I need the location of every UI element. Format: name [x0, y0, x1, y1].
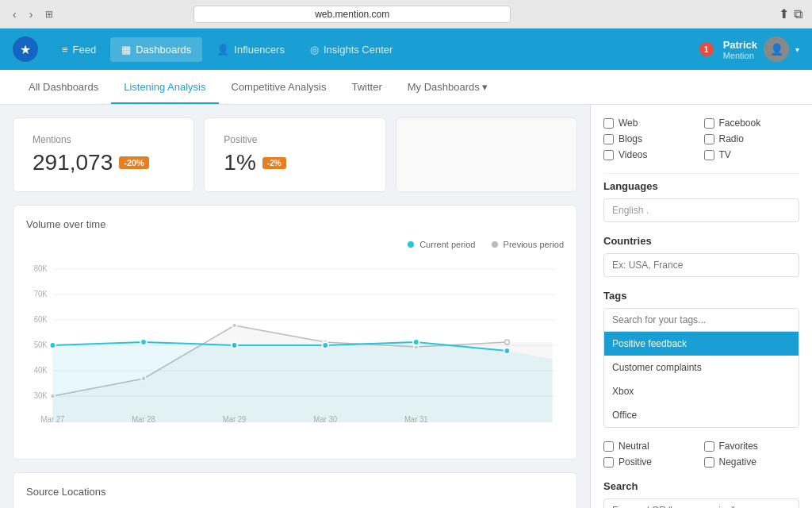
sentiment-negative[interactable]: Negative	[704, 456, 800, 468]
app-logo[interactable]: ★	[13, 37, 38, 62]
sentiment-neutral[interactable]: Neutral	[603, 441, 699, 452]
svg-text:40K: 40K	[34, 366, 48, 375]
tag-positive-feedback[interactable]: Positive feedback	[604, 332, 799, 356]
previous-period-dot	[492, 241, 498, 248]
prev-dot	[232, 323, 237, 328]
sentiment-favorites[interactable]: Favorites	[704, 441, 800, 452]
source-title: Source Locations	[26, 486, 564, 498]
tab-all-dashboards[interactable]: All Dashboards	[16, 71, 111, 104]
svg-text:Mar 31: Mar 31	[404, 415, 428, 424]
sentiment-grid: Neutral Favorites Positive Negative	[603, 441, 799, 468]
current-dot	[322, 342, 328, 348]
tags-dropdown: Positive feedback Customer complaints Xb…	[603, 308, 799, 428]
browser-chrome: ‹ › ⊞ web.mention.com ⬆ ⧉	[0, 0, 812, 29]
tag-customer-complaints[interactable]: Customer complaints	[604, 356, 799, 379]
header-right: 1 Patrick Mention 👤 ▾	[699, 37, 799, 62]
stats-row: Mentions 291,073 -20% Positive 1% -2%	[13, 117, 577, 192]
svg-text:Mar 29: Mar 29	[223, 415, 247, 424]
current-dot	[50, 342, 56, 348]
source-videos[interactable]: Videos	[603, 149, 699, 160]
user-info[interactable]: Patrick Mention 👤 ▾	[723, 37, 799, 62]
languages-input[interactable]	[603, 198, 799, 222]
tab-twitter[interactable]: Twitter	[339, 71, 394, 104]
source-card: Source Locations	[13, 472, 577, 508]
current-dot	[413, 339, 419, 345]
languages-section: Languages	[603, 180, 799, 222]
user-name: Patrick	[723, 39, 757, 51]
tab-listening-analysis[interactable]: Listening Analysis	[111, 71, 218, 104]
tags-section: Tags Positive feedback Customer complain…	[603, 290, 799, 428]
logo-icon: ★	[20, 42, 31, 57]
main-nav: ≡ Feed ▦ Dashboards 👤 Influencers ◎ Insi…	[51, 37, 404, 62]
search-input[interactable]	[603, 498, 799, 508]
blogs-label: Blogs	[619, 133, 642, 144]
url-bar[interactable]: web.mention.com	[193, 6, 511, 23]
content-area: Mentions 291,073 -20% Positive 1% -2% Vo…	[0, 105, 590, 508]
main-layout: Mentions 291,073 -20% Positive 1% -2% Vo…	[0, 105, 812, 508]
nav-influencers-label: Influencers	[234, 44, 285, 56]
mentions-label: Mentions	[33, 134, 174, 145]
web-checkbox[interactable]	[603, 118, 614, 129]
dashboards-icon: ▦	[121, 44, 131, 56]
negative-checkbox[interactable]	[704, 457, 714, 468]
sources-section: Web Facebook Blogs Radio Videos	[603, 117, 799, 160]
neutral-label: Neutral	[619, 441, 649, 452]
positive-label: Positive	[224, 134, 366, 145]
notification-badge[interactable]: 1	[699, 42, 714, 56]
facebook-checkbox[interactable]	[704, 118, 714, 129]
source-blogs[interactable]: Blogs	[603, 133, 699, 144]
web-label: Web	[619, 117, 638, 129]
nav-insights[interactable]: ◎ Insights Center	[299, 37, 404, 62]
svg-text:Mar 27: Mar 27	[41, 415, 65, 424]
sidebar-toggle[interactable]: ⊞	[42, 7, 56, 21]
user-sub: Mention	[723, 51, 757, 60]
radio-label: Radio	[719, 133, 744, 144]
sources-grid: Web Facebook Blogs Radio Videos	[603, 117, 799, 160]
sentiment-positive[interactable]: Positive	[603, 456, 699, 468]
blogs-checkbox[interactable]	[603, 134, 614, 144]
radio-checkbox[interactable]	[704, 134, 714, 144]
source-web[interactable]: Web	[603, 117, 699, 129]
positive-badge: -2%	[262, 157, 286, 169]
positive-checkbox[interactable]	[603, 457, 614, 468]
source-tv[interactable]: TV	[704, 149, 800, 160]
forward-button[interactable]: ›	[26, 6, 36, 22]
tags-search-input[interactable]	[604, 309, 799, 332]
tab-competitive-analysis[interactable]: Competitive Analysis	[219, 71, 339, 104]
current-dot	[504, 348, 511, 354]
chart-container: 80K 70K 60K 50K 40K 30K	[26, 256, 564, 446]
stat-card-empty	[396, 117, 577, 192]
current-area	[52, 342, 552, 422]
mentions-badge: -20%	[119, 156, 149, 169]
nav-dashboards[interactable]: ▦ Dashboards	[110, 37, 202, 62]
neutral-checkbox[interactable]	[603, 441, 614, 452]
tag-office[interactable]: Office	[604, 403, 799, 427]
legend-previous: Previous period	[492, 240, 565, 249]
share-button[interactable]: ⬆	[779, 6, 789, 21]
chart-legend: Current period Previous period	[26, 240, 564, 249]
nav-influencers[interactable]: 👤 Influencers	[205, 37, 296, 62]
facebook-label: Facebook	[719, 117, 761, 129]
videos-label: Videos	[619, 149, 647, 160]
new-tab-button[interactable]: ⧉	[794, 6, 802, 21]
stat-card-positive: Positive 1% -2%	[204, 117, 385, 192]
videos-checkbox[interactable]	[603, 150, 614, 160]
favorites-checkbox[interactable]	[704, 441, 714, 452]
svg-text:Mar 28: Mar 28	[132, 415, 155, 424]
search-title: Search	[603, 480, 799, 492]
feed-icon: ≡	[62, 44, 68, 56]
tv-checkbox[interactable]	[704, 150, 714, 160]
insights-icon: ◎	[310, 44, 319, 56]
filter-sidebar: Web Facebook Blogs Radio Videos	[590, 105, 812, 508]
back-button[interactable]: ‹	[10, 6, 20, 22]
tab-my-dashboards[interactable]: My Dashboards ▾	[395, 71, 501, 104]
tag-xbox[interactable]: Xbox	[604, 379, 799, 403]
tags-title: Tags	[603, 290, 799, 302]
countries-section: Countries	[603, 235, 799, 277]
source-radio[interactable]: Radio	[704, 133, 800, 144]
source-facebook[interactable]: Facebook	[704, 117, 800, 129]
countries-input[interactable]	[603, 253, 799, 277]
favorites-label: Favorites	[719, 441, 758, 452]
nav-feed[interactable]: ≡ Feed	[51, 37, 107, 62]
app-header: ★ ≡ Feed ▦ Dashboards 👤 Influencers ◎ In…	[0, 29, 812, 70]
